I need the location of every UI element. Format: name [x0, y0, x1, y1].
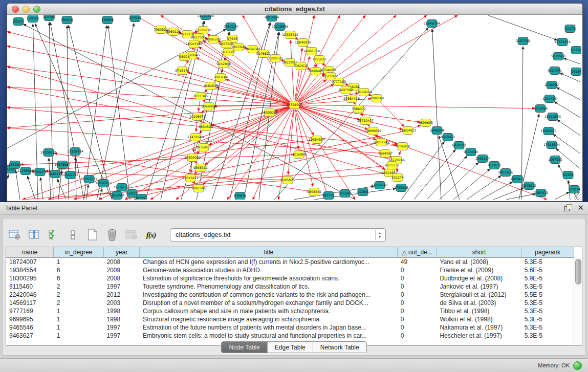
graph-edge[interactable]	[49, 158, 51, 200]
table-row[interactable]: 1456911722003Disruption of a novel membe…	[6, 299, 574, 307]
graph-edge[interactable]	[414, 149, 455, 200]
table-row[interactable]: 911546021997Tourette syndrome. Phenomeno…	[6, 282, 574, 291]
graph-node-label: 16782753	[114, 185, 130, 189]
new-table-icon[interactable]	[86, 228, 99, 242]
table-row[interactable]: 1872400712008Changes of HCN gene express…	[6, 258, 574, 267]
table-row[interactable]: 1938455462009Genome-wide association stu…	[6, 266, 574, 274]
graph-edge[interactable]	[298, 84, 334, 103]
graph-edge[interactable]	[380, 101, 404, 126]
graph-edge[interactable]	[7, 174, 9, 179]
graph-node-label: 10958107	[95, 181, 112, 185]
row-height-icon[interactable]	[67, 228, 80, 242]
graph-edge[interactable]	[563, 58, 580, 64]
graph-edge[interactable]	[7, 67, 290, 104]
graph-node-label: 2718176	[175, 69, 189, 72]
tab-edge-table[interactable]: Edge Table	[268, 342, 313, 353]
select-rows-checks-icon[interactable]	[47, 228, 60, 242]
graph-edge[interactable]	[467, 176, 501, 200]
graph-edge[interactable]	[97, 24, 134, 200]
graph-node-label: 17359924	[67, 149, 83, 153]
graph-node-label: 10196378	[189, 115, 206, 118]
graph-node-label: 8958923	[441, 135, 455, 139]
graph-node-label: 6479197	[452, 143, 466, 147]
graph-edge[interactable]	[185, 60, 189, 67]
column-header-name[interactable]: name	[6, 247, 54, 258]
graph-edge[interactable]	[54, 154, 310, 191]
network-desktop: citations_edges.txt 18724007796382289601…	[0, 0, 588, 202]
graph-edge[interactable]	[555, 192, 569, 200]
graph-edge[interactable]	[108, 26, 130, 200]
graph-edge[interactable]	[86, 185, 89, 200]
graph-edge[interactable]	[161, 21, 204, 200]
graph-node-label: 9054958	[202, 104, 216, 108]
graph-node-label: 17942737	[32, 170, 48, 173]
graph-edge[interactable]	[440, 163, 478, 200]
node-table: namein_degreeyeartitle△ out_de...shortpa…	[6, 247, 582, 346]
float-window-icon[interactable]	[564, 204, 572, 211]
close-panel-icon[interactable]: ✕	[577, 204, 584, 211]
delete-table-icon[interactable]	[105, 228, 119, 242]
select-columns-icon[interactable]	[28, 228, 41, 242]
scrollbar-thumb[interactable]	[575, 259, 581, 285]
citation-network-graph[interactable]: 1872400779638228960128891293423226058982…	[7, 15, 581, 200]
table-row[interactable]: 946554611997Estimation of the future num…	[6, 323, 574, 332]
window-titlebar[interactable]: citations_edges.txt	[7, 4, 582, 15]
graph-edge[interactable]	[299, 105, 535, 108]
graph-edge[interactable]	[7, 105, 290, 107]
graph-edge[interactable]	[192, 49, 193, 50]
graph-edge[interactable]	[7, 46, 290, 104]
graph-edge[interactable]	[150, 107, 290, 200]
graph-edge[interactable]	[28, 176, 35, 200]
graph-edge[interactable]	[361, 113, 362, 116]
tab-network-table[interactable]: Network Table	[313, 342, 366, 353]
network-canvas[interactable]: 1872400779638228960128891293423226058982…	[7, 15, 582, 201]
column-header-short[interactable]: short	[437, 247, 521, 258]
graph-edge[interactable]	[481, 182, 512, 200]
graph-edge[interactable]	[557, 87, 580, 100]
memory-ok-indicator[interactable]	[573, 361, 582, 370]
tab-node-table[interactable]: Node Table	[222, 342, 268, 353]
graph-edge[interactable]	[7, 87, 290, 104]
graph-edge[interactable]	[227, 108, 292, 200]
graph-node-label: 20206535	[40, 150, 57, 154]
status-bar: Memory: OK	[0, 358, 588, 372]
graph-edge[interactable]	[197, 58, 290, 103]
column-header-year[interactable]: year	[103, 247, 140, 258]
column-header-title[interactable]: title	[140, 247, 398, 258]
column-header-indegree[interactable]: in_degree	[54, 247, 104, 258]
table-row[interactable]: 2242004622012Investigating the contribut…	[6, 291, 574, 299]
table-selector-dropdown[interactable]: citations_edges.txt ▲▼	[170, 228, 386, 242]
graph-edge[interactable]	[453, 169, 490, 200]
graph-edge[interactable]	[557, 120, 580, 136]
vertical-scrollbar[interactable]	[574, 258, 582, 345]
table-row[interactable]: 946362711997Embryonic stem cells: a mode…	[6, 332, 574, 340]
graph-edge[interactable]	[40, 178, 43, 200]
graph-edge[interactable]	[506, 194, 535, 200]
graph-edge[interactable]	[16, 170, 20, 200]
table-row[interactable]: 1830029562008Estimation of significance …	[6, 274, 574, 282]
graph-node-label: 16961758	[303, 49, 320, 53]
graph-edge[interactable]	[75, 157, 76, 200]
graph-node-label: 16948794	[424, 21, 440, 25]
table-row[interactable]: 969969511998Structural magnetic resonanc…	[6, 315, 574, 323]
graph-node-label: 8813054	[265, 15, 279, 19]
attribute-table[interactable]: namein_degreeyeartitle△ out_de...shortpa…	[6, 247, 574, 340]
graph-node-label: 18724007	[286, 103, 302, 106]
window-resize-grip[interactable]	[574, 192, 581, 200]
graph-edge[interactable]	[291, 40, 294, 100]
graph-edge[interactable]	[23, 106, 290, 200]
graph-edge[interactable]	[488, 15, 557, 40]
function-builder-icon[interactable]: f(x)	[144, 228, 158, 242]
graph-edge[interactable]	[432, 29, 441, 200]
column-header-outde[interactable]: △ out_de...	[398, 247, 437, 258]
graph-edge[interactable]	[399, 150, 401, 155]
table-row[interactable]: 977716911998Corpus callosum shape and si…	[6, 307, 574, 315]
table-settings-icon[interactable]	[8, 228, 21, 242]
graph-edge[interactable]	[48, 106, 290, 200]
graph-node-label: 8960128	[166, 30, 181, 33]
graph-edge[interactable]	[297, 74, 324, 102]
column-header-pagerank[interactable]: pagerank	[521, 247, 574, 258]
graph-node-label: 2935114	[475, 157, 490, 160]
graph-node-label: 9227341	[548, 69, 562, 72]
import-table-icon-disabled	[125, 228, 138, 242]
